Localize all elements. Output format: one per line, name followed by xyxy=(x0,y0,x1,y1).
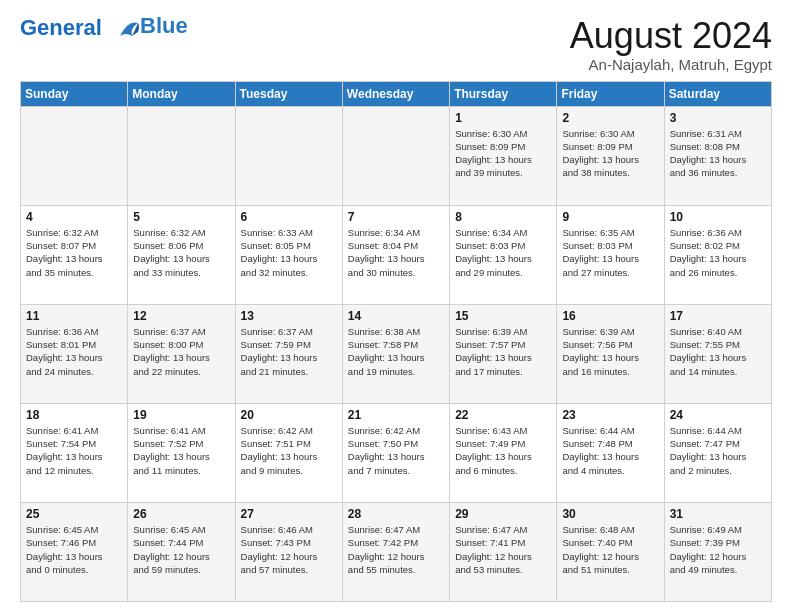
day-detail: Sunrise: 6:31 AMSunset: 8:08 PMDaylight:… xyxy=(670,127,766,180)
location: An-Najaylah, Matruh, Egypt xyxy=(570,56,772,73)
calendar-cell: 5Sunrise: 6:32 AMSunset: 8:06 PMDaylight… xyxy=(128,205,235,304)
day-detail: Sunrise: 6:44 AMSunset: 7:48 PMDaylight:… xyxy=(562,424,658,477)
calendar-cell: 27Sunrise: 6:46 AMSunset: 7:43 PMDayligh… xyxy=(235,502,342,601)
calendar-cell: 26Sunrise: 6:45 AMSunset: 7:44 PMDayligh… xyxy=(128,502,235,601)
day-number: 16 xyxy=(562,309,658,323)
day-detail: Sunrise: 6:32 AMSunset: 8:06 PMDaylight:… xyxy=(133,226,229,279)
calendar-cell: 7Sunrise: 6:34 AMSunset: 8:04 PMDaylight… xyxy=(342,205,449,304)
calendar-cell: 28Sunrise: 6:47 AMSunset: 7:42 PMDayligh… xyxy=(342,502,449,601)
day-detail: Sunrise: 6:40 AMSunset: 7:55 PMDaylight:… xyxy=(670,325,766,378)
day-detail: Sunrise: 6:49 AMSunset: 7:39 PMDaylight:… xyxy=(670,523,766,576)
col-saturday: Saturday xyxy=(664,81,771,106)
calendar-cell: 20Sunrise: 6:42 AMSunset: 7:51 PMDayligh… xyxy=(235,403,342,502)
day-number: 12 xyxy=(133,309,229,323)
week-row-5: 25Sunrise: 6:45 AMSunset: 7:46 PMDayligh… xyxy=(21,502,772,601)
day-number: 17 xyxy=(670,309,766,323)
day-number: 4 xyxy=(26,210,122,224)
calendar-cell xyxy=(342,106,449,205)
logo-bird-icon xyxy=(110,18,140,40)
calendar-cell: 12Sunrise: 6:37 AMSunset: 8:00 PMDayligh… xyxy=(128,304,235,403)
logo-general: General xyxy=(20,16,140,40)
calendar-cell: 10Sunrise: 6:36 AMSunset: 8:02 PMDayligh… xyxy=(664,205,771,304)
calendar-table: Sunday Monday Tuesday Wednesday Thursday… xyxy=(20,81,772,602)
calendar-cell: 3Sunrise: 6:31 AMSunset: 8:08 PMDaylight… xyxy=(664,106,771,205)
day-number: 30 xyxy=(562,507,658,521)
day-number: 26 xyxy=(133,507,229,521)
day-detail: Sunrise: 6:36 AMSunset: 8:01 PMDaylight:… xyxy=(26,325,122,378)
day-detail: Sunrise: 6:33 AMSunset: 8:05 PMDaylight:… xyxy=(241,226,337,279)
day-detail: Sunrise: 6:39 AMSunset: 7:57 PMDaylight:… xyxy=(455,325,551,378)
calendar-cell: 30Sunrise: 6:48 AMSunset: 7:40 PMDayligh… xyxy=(557,502,664,601)
day-detail: Sunrise: 6:46 AMSunset: 7:43 PMDaylight:… xyxy=(241,523,337,576)
calendar-cell: 17Sunrise: 6:40 AMSunset: 7:55 PMDayligh… xyxy=(664,304,771,403)
col-sunday: Sunday xyxy=(21,81,128,106)
day-number: 14 xyxy=(348,309,444,323)
day-number: 29 xyxy=(455,507,551,521)
col-wednesday: Wednesday xyxy=(342,81,449,106)
calendar-body: 1Sunrise: 6:30 AMSunset: 8:09 PMDaylight… xyxy=(21,106,772,601)
col-friday: Friday xyxy=(557,81,664,106)
day-detail: Sunrise: 6:43 AMSunset: 7:49 PMDaylight:… xyxy=(455,424,551,477)
calendar-cell xyxy=(235,106,342,205)
day-number: 7 xyxy=(348,210,444,224)
calendar-cell: 15Sunrise: 6:39 AMSunset: 7:57 PMDayligh… xyxy=(450,304,557,403)
day-detail: Sunrise: 6:45 AMSunset: 7:44 PMDaylight:… xyxy=(133,523,229,576)
day-number: 5 xyxy=(133,210,229,224)
day-detail: Sunrise: 6:47 AMSunset: 7:41 PMDaylight:… xyxy=(455,523,551,576)
day-number: 31 xyxy=(670,507,766,521)
day-number: 8 xyxy=(455,210,551,224)
calendar-cell: 21Sunrise: 6:42 AMSunset: 7:50 PMDayligh… xyxy=(342,403,449,502)
day-detail: Sunrise: 6:37 AMSunset: 8:00 PMDaylight:… xyxy=(133,325,229,378)
day-detail: Sunrise: 6:34 AMSunset: 8:03 PMDaylight:… xyxy=(455,226,551,279)
day-number: 19 xyxy=(133,408,229,422)
col-tuesday: Tuesday xyxy=(235,81,342,106)
day-detail: Sunrise: 6:42 AMSunset: 7:51 PMDaylight:… xyxy=(241,424,337,477)
day-number: 24 xyxy=(670,408,766,422)
col-thursday: Thursday xyxy=(450,81,557,106)
header: General Blue August 2024 An-Najaylah, Ma… xyxy=(20,16,772,73)
day-number: 1 xyxy=(455,111,551,125)
day-detail: Sunrise: 6:39 AMSunset: 7:56 PMDaylight:… xyxy=(562,325,658,378)
day-number: 18 xyxy=(26,408,122,422)
day-number: 13 xyxy=(241,309,337,323)
calendar-cell: 2Sunrise: 6:30 AMSunset: 8:09 PMDaylight… xyxy=(557,106,664,205)
logo: General Blue xyxy=(20,16,188,40)
day-detail: Sunrise: 6:36 AMSunset: 8:02 PMDaylight:… xyxy=(670,226,766,279)
week-row-4: 18Sunrise: 6:41 AMSunset: 7:54 PMDayligh… xyxy=(21,403,772,502)
day-detail: Sunrise: 6:32 AMSunset: 8:07 PMDaylight:… xyxy=(26,226,122,279)
logo-blue: Blue xyxy=(140,14,188,38)
day-number: 27 xyxy=(241,507,337,521)
calendar-cell: 23Sunrise: 6:44 AMSunset: 7:48 PMDayligh… xyxy=(557,403,664,502)
day-detail: Sunrise: 6:30 AMSunset: 8:09 PMDaylight:… xyxy=(562,127,658,180)
title-block: August 2024 An-Najaylah, Matruh, Egypt xyxy=(570,16,772,73)
day-number: 2 xyxy=(562,111,658,125)
day-detail: Sunrise: 6:41 AMSunset: 7:52 PMDaylight:… xyxy=(133,424,229,477)
calendar-cell: 4Sunrise: 6:32 AMSunset: 8:07 PMDaylight… xyxy=(21,205,128,304)
calendar-cell: 8Sunrise: 6:34 AMSunset: 8:03 PMDaylight… xyxy=(450,205,557,304)
day-detail: Sunrise: 6:35 AMSunset: 8:03 PMDaylight:… xyxy=(562,226,658,279)
calendar-cell xyxy=(128,106,235,205)
page: General Blue August 2024 An-Najaylah, Ma… xyxy=(0,0,792,612)
day-number: 21 xyxy=(348,408,444,422)
calendar-cell: 31Sunrise: 6:49 AMSunset: 7:39 PMDayligh… xyxy=(664,502,771,601)
week-row-2: 4Sunrise: 6:32 AMSunset: 8:07 PMDaylight… xyxy=(21,205,772,304)
day-detail: Sunrise: 6:48 AMSunset: 7:40 PMDaylight:… xyxy=(562,523,658,576)
day-detail: Sunrise: 6:42 AMSunset: 7:50 PMDaylight:… xyxy=(348,424,444,477)
day-detail: Sunrise: 6:37 AMSunset: 7:59 PMDaylight:… xyxy=(241,325,337,378)
calendar-cell: 22Sunrise: 6:43 AMSunset: 7:49 PMDayligh… xyxy=(450,403,557,502)
calendar-cell: 16Sunrise: 6:39 AMSunset: 7:56 PMDayligh… xyxy=(557,304,664,403)
calendar-cell: 24Sunrise: 6:44 AMSunset: 7:47 PMDayligh… xyxy=(664,403,771,502)
day-number: 23 xyxy=(562,408,658,422)
col-monday: Monday xyxy=(128,81,235,106)
day-number: 20 xyxy=(241,408,337,422)
calendar-cell: 19Sunrise: 6:41 AMSunset: 7:52 PMDayligh… xyxy=(128,403,235,502)
calendar-cell: 25Sunrise: 6:45 AMSunset: 7:46 PMDayligh… xyxy=(21,502,128,601)
day-number: 10 xyxy=(670,210,766,224)
week-row-1: 1Sunrise: 6:30 AMSunset: 8:09 PMDaylight… xyxy=(21,106,772,205)
day-detail: Sunrise: 6:45 AMSunset: 7:46 PMDaylight:… xyxy=(26,523,122,576)
calendar-header: Sunday Monday Tuesday Wednesday Thursday… xyxy=(21,81,772,106)
day-detail: Sunrise: 6:41 AMSunset: 7:54 PMDaylight:… xyxy=(26,424,122,477)
calendar-cell: 29Sunrise: 6:47 AMSunset: 7:41 PMDayligh… xyxy=(450,502,557,601)
calendar-cell xyxy=(21,106,128,205)
day-number: 6 xyxy=(241,210,337,224)
